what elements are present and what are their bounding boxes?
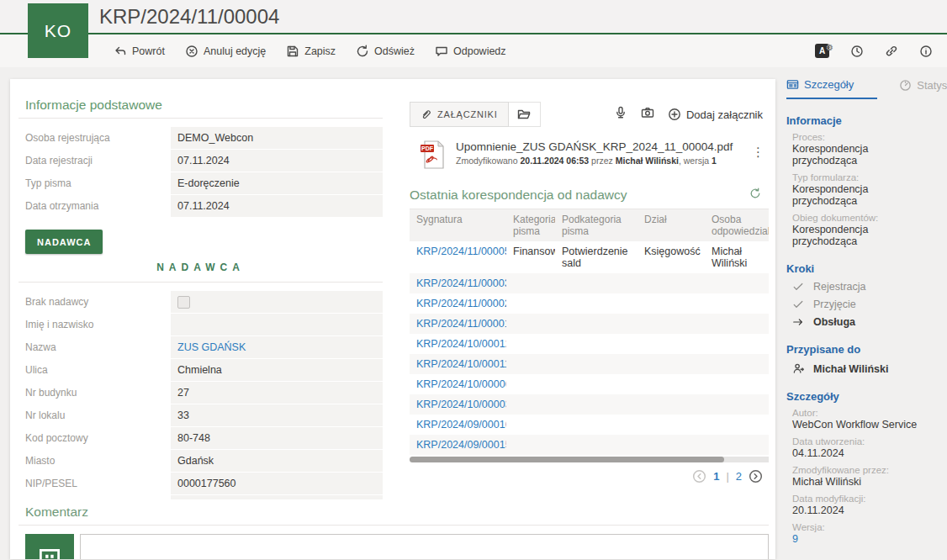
details-icon	[786, 78, 799, 91]
brak-nadawcy-checkbox[interactable]	[177, 296, 190, 309]
microphone-icon[interactable]	[614, 106, 627, 123]
field-value[interactable]: 07.11.2024	[171, 150, 383, 172]
tab-attachments[interactable]: ZAŁĄCZNIKI	[410, 102, 509, 127]
back-button[interactable]: Powrót	[114, 45, 165, 58]
save-button[interactable]: Zapisz	[286, 45, 336, 58]
section-title-basic-info: Informacje podstawowe	[19, 98, 383, 113]
nadawca-group-title: NADAWCA	[19, 256, 383, 277]
field-row: Typ pismaE-doręczenie	[19, 172, 383, 194]
a-apps-icon[interactable]: A⚙	[815, 44, 829, 58]
refresh-button[interactable]: Odśwież	[356, 45, 415, 58]
table-row[interactable]: KRP/2024/10/00012	[410, 334, 769, 354]
sidebar-item: Typ formularza:Korespondencja przychodzą…	[786, 172, 928, 207]
arrow-right-icon	[792, 316, 804, 328]
sidebar-header-szczegoly: Szczegóły	[786, 390, 928, 403]
tab-details[interactable]: Szczegóły	[786, 78, 877, 99]
comment-input[interactable]	[80, 534, 769, 559]
col-header[interactable]: Sygnatura	[410, 209, 506, 241]
field-row: NIP/PESEL0000177560	[19, 473, 383, 494]
sygnatura-link[interactable]: KRP/2024/10/00012	[416, 338, 506, 350]
table-row[interactable]: KRP/2024/11/00005 Finansowe Potwierdzeni…	[410, 241, 769, 273]
page-next-icon[interactable]	[749, 469, 763, 483]
field-value[interactable]: Chmielna	[171, 359, 383, 381]
sidebar-item: Obieg dokumentów:Korespondencja przychod…	[786, 213, 928, 247]
scrollbar-thumb[interactable]	[410, 457, 724, 462]
correspondence-table: Sygnatura Kategoria pisma Podkategoria p…	[410, 209, 769, 455]
table-row[interactable]: KRP/2024/10/00006	[410, 374, 769, 394]
field-value[interactable]	[171, 495, 383, 499]
field-label: Ulica	[19, 359, 171, 381]
history-clock-icon[interactable]	[850, 45, 864, 58]
sidebar-item: Autor:WebCon Workflow Service	[786, 408, 928, 431]
process-badge[interactable]: KO	[28, 3, 88, 58]
field-value[interactable]: 07.11.2024	[171, 195, 383, 217]
horizontal-scrollbar[interactable]	[410, 457, 769, 462]
table-refresh-icon[interactable]	[749, 188, 761, 203]
table-row[interactable]: KRP/2024/11/00002	[410, 293, 769, 314]
field-label: Data otrzymania	[19, 195, 171, 217]
workflow-step: Rejestracja	[792, 281, 928, 293]
info-icon[interactable]	[919, 45, 933, 58]
page-number-2[interactable]: 2	[736, 470, 742, 483]
col-header[interactable]: Kategoria pisma	[506, 209, 555, 241]
workflow-step: Przyjęcie	[792, 298, 928, 310]
app-header: KO KRP/2024/11/00004	[0, 0, 947, 34]
cancel-edit-button[interactable]: Anuluj edycję	[185, 45, 266, 58]
table-row[interactable]: KRP/2024/09/00015	[410, 435, 769, 455]
attachment-item[interactable]: PDF Upomnienie_ZUS GDAŃSK_KRP_2024_11_00…	[410, 140, 769, 169]
save-icon	[286, 45, 299, 58]
table-row[interactable]: KRP/2024/11/00003	[410, 273, 769, 293]
camera-icon[interactable]	[641, 106, 654, 123]
field-row: Uwagi	[19, 495, 383, 499]
cancel-circle-icon	[185, 45, 198, 58]
tab-statistics[interactable]: Statystyki	[899, 79, 947, 98]
version-value[interactable]: 9	[792, 533, 928, 545]
folder-icon	[517, 108, 531, 121]
assignee-item[interactable]: Michał Wiliński	[792, 362, 928, 375]
svg-text:PDF: PDF	[421, 145, 434, 151]
sygnatura-link[interactable]: KRP/2024/11/00002	[416, 298, 506, 309]
col-header[interactable]: Podkategoria pisma	[555, 209, 638, 241]
sygnatura-link[interactable]: KRP/2024/11/00003	[416, 277, 506, 289]
sidebar-header-przypisane: Przypisane do	[786, 343, 928, 356]
attachment-menu-icon[interactable]: ⋮	[745, 145, 769, 158]
field-value[interactable]	[171, 314, 383, 335]
field-value[interactable]: 0000177560	[171, 473, 383, 494]
sygnatura-link[interactable]: KRP/2024/11/00005	[416, 246, 506, 257]
field-value[interactable]: DEMO_Webcon	[171, 127, 383, 149]
page-prev-icon[interactable]	[692, 469, 706, 483]
check-icon	[792, 298, 804, 310]
field-value[interactable]: 33	[171, 404, 383, 426]
reply-button[interactable]: Odpowiedz	[435, 45, 506, 58]
table-row[interactable]: KRP/2024/11/00001	[410, 314, 769, 334]
field-row: UlicaChmielna	[19, 359, 383, 381]
sygnatura-link[interactable]: KRP/2024/11/00001	[416, 318, 506, 330]
table-row[interactable]: KRP/2024/09/00016	[410, 415, 769, 435]
field-label: Nr lokalu	[19, 404, 171, 426]
nadawca-tab-button[interactable]: NADAWCA	[25, 230, 103, 254]
field-value[interactable]: 80-748	[171, 427, 383, 449]
section-title-comment: Komentarz	[19, 505, 769, 520]
field-row: Kod pocztowy80-748	[19, 427, 383, 449]
paperclip-icon	[421, 109, 431, 120]
add-attachment-button[interactable]: Dodaj załącznik	[668, 108, 763, 121]
tab-folder[interactable]	[509, 102, 541, 127]
col-header[interactable]: Dział	[638, 209, 705, 241]
col-header[interactable]: Osoba odpowiedzialna	[705, 209, 769, 241]
sygnatura-link[interactable]: KRP/2024/10/00006	[416, 378, 506, 390]
pagination: 1 | 2	[410, 469, 763, 483]
link-chain-icon[interactable]	[885, 45, 898, 58]
sygnatura-link[interactable]: KRP/2024/09/00016	[416, 419, 506, 431]
page-number-current[interactable]: 1	[713, 470, 719, 483]
field-value[interactable]: E-doręczenie	[171, 172, 383, 194]
field-value[interactable]: 27	[171, 382, 383, 404]
field-value[interactable]: Gdańsk	[171, 450, 383, 472]
table-row[interactable]: KRP/2024/10/00003	[410, 394, 769, 415]
section-title-correspondence: Ostatnia korespondencja od nadawcy	[410, 188, 627, 203]
sygnatura-link[interactable]: KRP/2024/09/00015	[416, 439, 506, 451]
attachment-filename[interactable]: Upomnienie_ZUS GDAŃSK_KRP_2024_11_00004.…	[456, 140, 745, 153]
sygnatura-link[interactable]: KRP/2024/10/00011	[416, 358, 506, 370]
table-row[interactable]: KRP/2024/10/00011	[410, 354, 769, 374]
nazwa-link[interactable]: ZUS GDAŃSK	[171, 336, 383, 358]
sygnatura-link[interactable]: KRP/2024/10/00003	[416, 399, 506, 410]
